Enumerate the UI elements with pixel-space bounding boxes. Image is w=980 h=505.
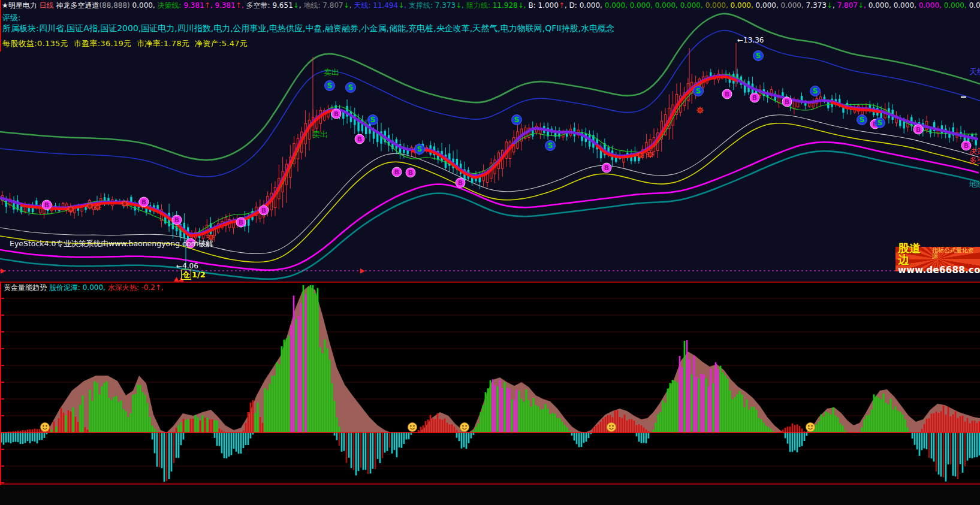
right-edge-line-label: 多空 bbox=[969, 155, 980, 166]
buy-signal-marker: B bbox=[750, 93, 759, 102]
sun-marker bbox=[647, 151, 654, 158]
sun-marker bbox=[637, 152, 644, 159]
trading-app-window: BBBBBBBBBBBBBBBBBBSSSSSSSSSSS ★明星电力 日线 神… bbox=[0, 0, 980, 505]
svg-text:S: S bbox=[756, 52, 761, 60]
svg-text:B: B bbox=[261, 207, 266, 214]
sell-signal-marker: S bbox=[875, 118, 885, 128]
token: D: bbox=[569, 1, 580, 10]
logo-tagline: 指标公式量化资源 bbox=[932, 247, 978, 259]
sell-signal-marker: S bbox=[512, 115, 522, 125]
svg-text:S: S bbox=[348, 83, 354, 92]
token: 0.000, bbox=[655, 1, 680, 10]
buy-signal-marker: B bbox=[355, 134, 364, 144]
token: 0.000, bbox=[132, 1, 158, 10]
token: 11.494 bbox=[373, 1, 398, 10]
svg-text:B: B bbox=[239, 219, 243, 226]
buy-signal-marker: B bbox=[331, 109, 341, 119]
token: 7.807 bbox=[837, 1, 858, 10]
buy-signal-marker: B bbox=[602, 163, 611, 173]
cracked-system-watermark: EyeStock4.0专业决策系统由www.baonengyong.com破解 bbox=[10, 239, 213, 249]
sector-list: 所属板块:四川省,国证A指,国证2000,国证电力,四川指数,电力,公用事业,电… bbox=[2, 23, 614, 34]
buy-signal-marker: B bbox=[406, 168, 415, 177]
svg-text:S: S bbox=[813, 87, 818, 95]
buy-signal-marker: B bbox=[259, 205, 269, 215]
sell-signal-marker: S bbox=[857, 115, 867, 125]
callout-arrow-icon: ← bbox=[737, 36, 743, 44]
smiley-marker bbox=[806, 423, 815, 432]
svg-text:S: S bbox=[417, 145, 423, 153]
token: ★明星电力 bbox=[2, 1, 40, 10]
smiley-marker bbox=[607, 423, 616, 432]
token: 0.000, bbox=[944, 1, 969, 10]
token: ↑ bbox=[236, 1, 242, 10]
token: 股价泥潭: 0.000, bbox=[49, 283, 108, 292]
token: 0.000, bbox=[705, 1, 731, 10]
svg-text:B: B bbox=[964, 142, 969, 150]
buy-signal-marker: B bbox=[392, 167, 402, 177]
divider-arrow-icon[interactable] bbox=[360, 268, 365, 274]
buy-signal-marker: B bbox=[782, 97, 792, 107]
token: 0.000, bbox=[919, 1, 944, 10]
token: ↓ bbox=[518, 1, 524, 10]
low-price-value: 4.06 bbox=[182, 262, 198, 270]
sell-signal-marker: S bbox=[346, 83, 356, 93]
token: ↓ bbox=[398, 1, 404, 10]
bottom-strip bbox=[0, 485, 980, 505]
token: ↑ bbox=[204, 1, 210, 10]
token: 天线: bbox=[354, 1, 373, 10]
token: 7.807 bbox=[322, 1, 343, 10]
sun-marker bbox=[67, 205, 74, 213]
oscillator-canvas[interactable] bbox=[0, 282, 980, 485]
buy-signal-marker: B bbox=[236, 217, 246, 227]
callout-arrow-icon: ← bbox=[176, 262, 182, 270]
svg-text:B: B bbox=[752, 94, 757, 102]
watermark-logo[interactable]: 股道边 指标公式量化资源 www.de6688.com bbox=[895, 247, 980, 271]
low-price-callout: ←4.06 bbox=[176, 262, 198, 270]
token: 0.000, bbox=[580, 1, 605, 10]
token: ↓ bbox=[293, 1, 299, 10]
oscillator-bars bbox=[1, 285, 980, 482]
buy-signal-marker: B bbox=[456, 178, 465, 188]
logo-url[interactable]: www.de6688.com bbox=[898, 266, 978, 275]
position-fraction: 1/2 bbox=[192, 270, 206, 279]
candlesticks bbox=[1, 43, 977, 267]
sell-signal-marker: S bbox=[753, 51, 764, 61]
buy-signal-marker: B bbox=[722, 89, 732, 99]
token: 0.000, bbox=[894, 1, 919, 10]
token: 0.000, bbox=[781, 1, 806, 10]
token: 7.373 bbox=[806, 1, 827, 10]
divider-arrow-icon[interactable] bbox=[1, 268, 5, 274]
token: , bbox=[462, 1, 466, 10]
svg-text:B: B bbox=[458, 179, 463, 187]
buy-triangle-icon bbox=[173, 277, 180, 282]
token: 0.000, bbox=[869, 1, 894, 10]
logo-brand: 股道边 bbox=[898, 243, 930, 265]
rating-label: 评级: bbox=[2, 13, 20, 23]
token: , bbox=[864, 1, 869, 10]
svg-text:S: S bbox=[327, 81, 333, 90]
token: 0.000, bbox=[630, 1, 655, 10]
svg-text:B: B bbox=[916, 126, 921, 134]
sell-signal-marker: S bbox=[693, 86, 704, 96]
svg-text:B: B bbox=[44, 201, 49, 209]
token: 水深火热: -0.2↑, bbox=[108, 283, 164, 292]
token: , bbox=[833, 1, 837, 10]
svg-text:S: S bbox=[860, 116, 865, 124]
token: , bbox=[404, 1, 409, 10]
sell-signal-marker: S bbox=[545, 141, 556, 151]
token: 0.000, bbox=[605, 1, 630, 10]
sell-signal-marker: S bbox=[810, 86, 821, 96]
token: 决策线: bbox=[158, 1, 184, 10]
buy-signal-marker: B bbox=[913, 125, 923, 134]
token: 7.373 bbox=[435, 1, 456, 10]
token: 9.381 bbox=[215, 1, 235, 10]
svg-text:B: B bbox=[725, 90, 729, 98]
sell-signal-marker: S bbox=[325, 81, 335, 91]
svg-text:S: S bbox=[878, 119, 883, 127]
buy-signal-marker: B bbox=[42, 200, 52, 210]
token: 黄金量能趋势 bbox=[4, 283, 49, 292]
token: 日线 bbox=[40, 1, 56, 10]
indicator-panel: 黄金量能趋势 股价泥潭: 0.000, 水深火热: -0.2↑, bbox=[0, 282, 980, 485]
right-edge-line-label: 地线 bbox=[969, 179, 980, 190]
sun-marker bbox=[86, 202, 94, 210]
